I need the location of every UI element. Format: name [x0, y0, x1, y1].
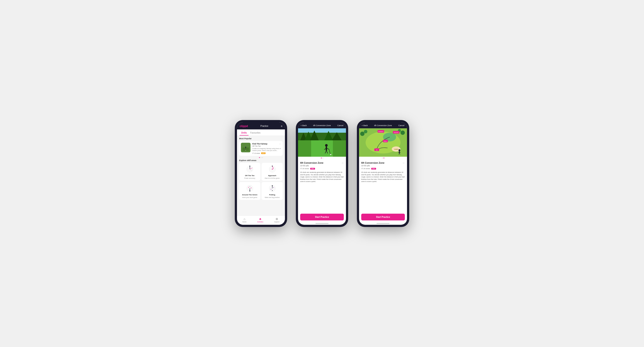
- approach-icon: [267, 165, 278, 174]
- skill-name: Around The Green: [242, 194, 257, 196]
- cancel-button[interactable]: Cancel: [337, 124, 343, 127]
- phone1-content: Most Popular Find The Fairway: [237, 136, 285, 216]
- nav-activities[interactable]: ♣ Activities: [257, 217, 263, 223]
- home-indicator-3: [376, 223, 390, 224]
- featured-drill-card[interactable]: Find The Fairway Off The Tee Create an i…: [239, 141, 283, 156]
- detail-title: 6ft Conversion Zone: [313, 124, 331, 127]
- svg-point-55: [364, 130, 367, 133]
- favourite-icon[interactable]: ☆: [342, 162, 344, 165]
- svg-point-23: [251, 188, 251, 188]
- header-title: Practice: [260, 125, 268, 127]
- skill-around-green[interactable]: Around The Green Hone your short game: [239, 182, 260, 200]
- svg-point-22: [248, 187, 249, 188]
- drill-description-3: 20 shots are randomly generated at dista…: [361, 171, 405, 183]
- app-logo: clippd: [240, 124, 248, 128]
- svg-point-15: [272, 166, 273, 167]
- phone3-header: < Back 6ft Conversion Zone Cancel: [359, 122, 407, 128]
- phone3-content: Hit Miss FAIRWAY ROUGH SAND: [359, 128, 407, 212]
- skill-name: Approach: [268, 175, 276, 177]
- explore-label: Explore skill areas: [239, 159, 283, 162]
- off-tee-icon: [244, 165, 256, 174]
- drill-tag: ARG: [310, 168, 315, 170]
- putting-icon: [267, 184, 278, 193]
- drill-name: Find The Fairway: [252, 143, 281, 145]
- cancel-button[interactable]: Cancel: [398, 124, 404, 127]
- svg-point-4: [246, 150, 246, 150]
- menu-icon[interactable]: ≡: [281, 125, 282, 128]
- skill-off-the-tee[interactable]: Off The Tee Power accuracy: [239, 163, 260, 181]
- svg-rect-43: [326, 147, 327, 151]
- svg-text:FAIRWAY: FAIRWAY: [378, 131, 384, 132]
- drill-yds: 10-50 yds: [300, 165, 323, 167]
- activities-icon: ♣: [259, 217, 261, 221]
- image-dots: [298, 157, 346, 159]
- phone2-content: 6ft Conversion Zone 10-50 yds ☆ ⏱ 20 sho…: [298, 128, 346, 212]
- drill-description: 20 shots are randomly generated at dista…: [300, 171, 344, 183]
- svg-point-56: [400, 131, 405, 135]
- capture-icon: ⊕: [276, 217, 278, 221]
- carousel-dots: [239, 157, 283, 158]
- svg-text:Miss: Miss: [384, 141, 387, 142]
- svg-point-54: [360, 132, 364, 136]
- shots-count: ⏱ 10 shots: [252, 153, 260, 154]
- most-popular-label: Most Popular: [239, 138, 283, 140]
- svg-point-30: [270, 189, 271, 190]
- drill-details: 6ft Conversion Zone 10-50 yds ☆ ⏱ 20 sho…: [298, 159, 346, 212]
- drill-info: Find The Fairway Off The Tee Create an i…: [252, 143, 281, 154]
- nav-home-label: Home: [242, 221, 246, 223]
- dot-3: [262, 157, 263, 158]
- img-dot-1: [321, 158, 322, 158]
- dot-2: [260, 157, 262, 158]
- skill-desc: Power accuracy: [244, 177, 255, 179]
- back-button[interactable]: < Back: [301, 124, 307, 127]
- nav-capture-label: Capture: [274, 221, 280, 223]
- tab-drills[interactable]: Drills: [240, 131, 248, 136]
- back-button[interactable]: < Back: [362, 124, 368, 127]
- drill-tag: OTT: [261, 152, 266, 154]
- tab-favourites[interactable]: Favourites: [248, 131, 262, 136]
- drill-description: Create an imaginary fairway using trees …: [252, 148, 281, 151]
- skill-putting[interactable]: Putting Make and lag practice: [262, 182, 283, 200]
- svg-point-8: [250, 166, 250, 167]
- svg-point-24: [250, 186, 250, 187]
- svg-point-16: [272, 169, 273, 170]
- drill-tag: ARG: [371, 168, 376, 170]
- phone-2: < Back 6ft Conversion Zone Cancel: [296, 120, 348, 227]
- drill-details-3: 6ft Conversion Zone 10-50 yds ☆ ⏱ 20 sho…: [359, 159, 407, 212]
- svg-text:ROUGH: ROUGH: [394, 132, 398, 133]
- drill-yds: 10-50 yds: [361, 165, 384, 167]
- svg-point-31: [273, 187, 274, 188]
- home-indicator: [316, 223, 328, 224]
- skill-desc: Hone your short game: [242, 197, 257, 198]
- skills-grid: Off The Tee Power accuracy: [239, 163, 283, 200]
- home-icon: ⌂: [244, 217, 245, 221]
- start-practice-button[interactable]: Start Practice: [300, 214, 344, 220]
- start-practice-button-3[interactable]: Start Practice: [361, 214, 405, 220]
- drill-meta: ⏱ 10 shots OTT: [252, 152, 281, 154]
- drill-detail-title: 6ft Conversion Zone: [300, 162, 323, 164]
- skill-approach[interactable]: Approach Dial-in to hit the green: [262, 163, 283, 181]
- tabs-row: Drills Favourites: [237, 129, 285, 136]
- around-green-icon: [244, 184, 256, 193]
- skills-section: Explore skill areas: [239, 159, 283, 200]
- svg-point-20: [250, 191, 250, 191]
- drill-shots: ⏱ 20 shots ARG: [300, 168, 344, 170]
- drill-shots-3: ⏱ 20 shots ARG: [361, 168, 405, 170]
- favourite-icon[interactable]: ☆: [279, 143, 281, 145]
- skill-name: Off The Tee: [245, 175, 254, 177]
- detail-title: 6ft Conversion Zone: [374, 124, 392, 127]
- favourite-icon[interactable]: ☆: [402, 162, 405, 165]
- svg-point-67: [398, 149, 400, 151]
- phone2-header: < Back 6ft Conversion Zone Cancel: [298, 122, 346, 128]
- bottom-nav: ⌂ Home ♣ Activities ⊕ Capture: [237, 216, 285, 225]
- phone1-header: clippd Practice ≡: [237, 122, 285, 129]
- img-dot-2: [384, 158, 384, 158]
- skill-name: Putting: [269, 194, 275, 196]
- svg-point-28: [272, 185, 273, 186]
- nav-capture[interactable]: ⊕ Capture: [274, 217, 280, 223]
- image-dots-3: [359, 157, 407, 159]
- drill-map: Hit Miss FAIRWAY ROUGH SAND: [359, 128, 407, 157]
- svg-text:Hit: Hit: [376, 149, 378, 151]
- skill-desc: Dial-in to hit the green: [265, 177, 280, 179]
- nav-home[interactable]: ⌂ Home: [242, 217, 246, 223]
